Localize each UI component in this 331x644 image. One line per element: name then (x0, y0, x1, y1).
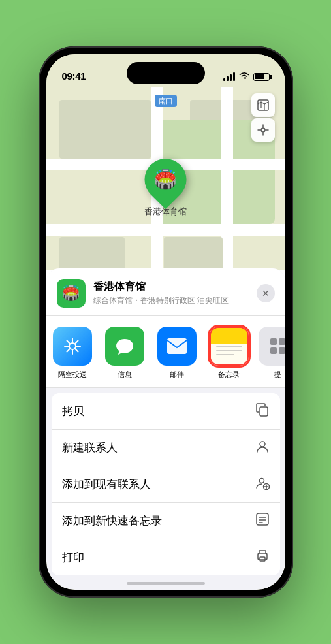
location-pin: 🏟️ 香港体育馆 (144, 159, 187, 217)
mail-label: 邮件 (170, 370, 184, 379)
action-list: 拷贝 新建联系人 (52, 393, 280, 575)
venue-name: 香港体育馆 (93, 280, 249, 294)
print-icon (255, 549, 270, 566)
messages-label: 信息 (118, 370, 132, 379)
sheet-header: 🏟️ 香港体育馆 综合体育馆・香港特别行政区 油尖旺区 ✕ (46, 268, 285, 316)
share-airdrop[interactable]: 隔空投送 (46, 327, 99, 379)
new-contact-label: 新建联系人 (62, 440, 118, 455)
map-type-button[interactable] (251, 93, 275, 117)
share-messages[interactable]: 信息 (99, 327, 151, 379)
action-new-contact[interactable]: 新建联系人 (52, 430, 280, 466)
airdrop-icon (53, 327, 92, 366)
phone-screen: 09:41 (46, 54, 285, 590)
venue-info: 香港体育馆 综合体育馆・香港特别行政区 油尖旺区 (93, 280, 249, 306)
messages-icon (105, 327, 144, 366)
action-add-contact[interactable]: 添加到现有联系人 (52, 466, 280, 503)
airdrop-label: 隔空投送 (58, 370, 87, 379)
signal-icon (223, 73, 235, 81)
map-controls (251, 93, 275, 142)
pin-circle: 🏟️ (136, 150, 195, 210)
status-icons (223, 72, 270, 82)
print-label: 打印 (62, 550, 84, 565)
close-button[interactable]: ✕ (257, 284, 275, 302)
more-icon (259, 327, 285, 366)
action-print[interactable]: 打印 (52, 539, 280, 575)
svg-point-9 (260, 442, 265, 447)
notes-label: 备忘录 (218, 370, 240, 379)
svg-rect-0 (258, 100, 268, 110)
share-notes[interactable]: 备忘录 (203, 327, 255, 379)
svg-point-1 (261, 128, 265, 132)
mail-icon (157, 327, 197, 366)
map-label: 南口 (155, 95, 177, 107)
home-indicator (46, 575, 285, 590)
svg-rect-8 (260, 407, 268, 416)
add-contact-label: 添加到现有联系人 (62, 477, 151, 492)
copy-icon (255, 402, 270, 420)
svg-rect-18 (258, 553, 267, 560)
status-time: 09:41 (62, 71, 86, 82)
quick-note-icon (255, 512, 270, 530)
dynamic-island (127, 62, 205, 84)
venue-subtitle: 综合体育馆・香港特别行政区 油尖旺区 (93, 295, 249, 306)
svg-rect-7 (167, 338, 187, 354)
new-contact-icon (255, 439, 270, 457)
add-contact-icon (255, 475, 270, 493)
svg-rect-19 (260, 557, 265, 561)
pin-inner: 🏟️ (154, 170, 177, 189)
phone-frame: 09:41 (39, 46, 293, 598)
more-label: 提 (274, 370, 281, 379)
notes-icon (210, 327, 249, 366)
bottom-sheet: 🏟️ 香港体育馆 综合体育馆・香港特别行政区 油尖旺区 ✕ (46, 268, 285, 590)
battery-icon (253, 73, 270, 81)
quick-note-label: 添加到新快速备忘录 (62, 513, 162, 528)
copy-label: 拷贝 (62, 404, 84, 419)
share-more[interactable]: 提 (255, 327, 285, 379)
share-row: 隔空投送 信息 (46, 316, 285, 388)
action-copy[interactable]: 拷贝 (52, 393, 280, 430)
svg-rect-14 (257, 513, 268, 525)
svg-point-10 (259, 479, 264, 483)
share-mail[interactable]: 邮件 (151, 327, 203, 379)
venue-icon: 🏟️ (57, 279, 86, 308)
wifi-icon (239, 72, 249, 82)
location-button[interactable] (251, 118, 275, 142)
action-quick-note[interactable]: 添加到新快速备忘录 (52, 503, 280, 539)
